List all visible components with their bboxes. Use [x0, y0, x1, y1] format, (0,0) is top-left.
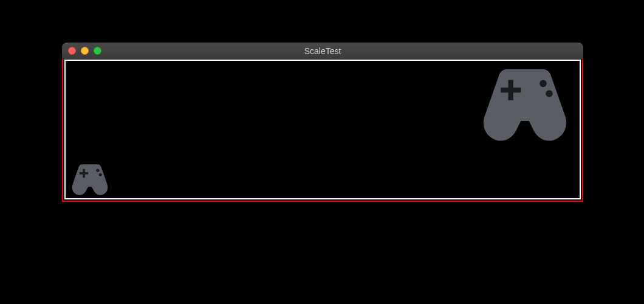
gamecontroller-icon	[68, 162, 112, 196]
svg-point-2	[96, 169, 99, 172]
gamecontroller-icon	[474, 63, 576, 142]
app-window: ScaleTest	[62, 43, 583, 202]
gamecontroller-icon-small	[68, 162, 112, 196]
svg-point-7	[546, 90, 553, 97]
svg-point-6	[540, 80, 547, 88]
svg-rect-5	[509, 80, 513, 100]
traffic-lights	[62, 47, 101, 55]
zoom-button[interactable]	[94, 47, 101, 55]
window-content	[62, 60, 583, 202]
gamecontroller-icon-large	[474, 63, 576, 142]
close-button[interactable]	[68, 47, 76, 55]
titlebar[interactable]: ScaleTest	[62, 43, 583, 60]
svg-point-3	[99, 173, 102, 176]
window-title: ScaleTest	[62, 46, 583, 56]
minimize-button[interactable]	[81, 47, 89, 55]
svg-rect-1	[83, 169, 85, 178]
